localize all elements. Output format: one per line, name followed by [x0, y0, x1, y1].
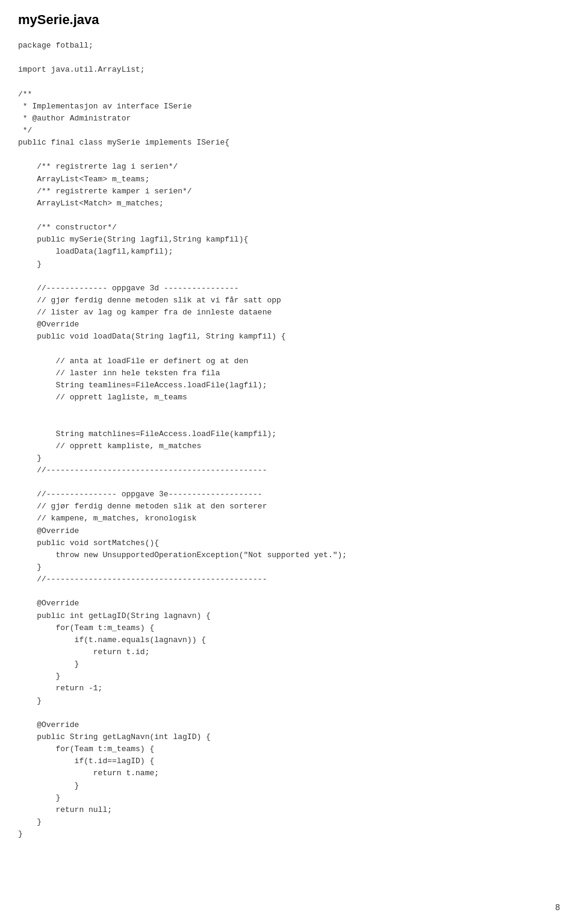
code-block: package fotball; import java.util.ArrayL… — [18, 40, 560, 840]
page-title: mySerie.java — [18, 12, 560, 28]
